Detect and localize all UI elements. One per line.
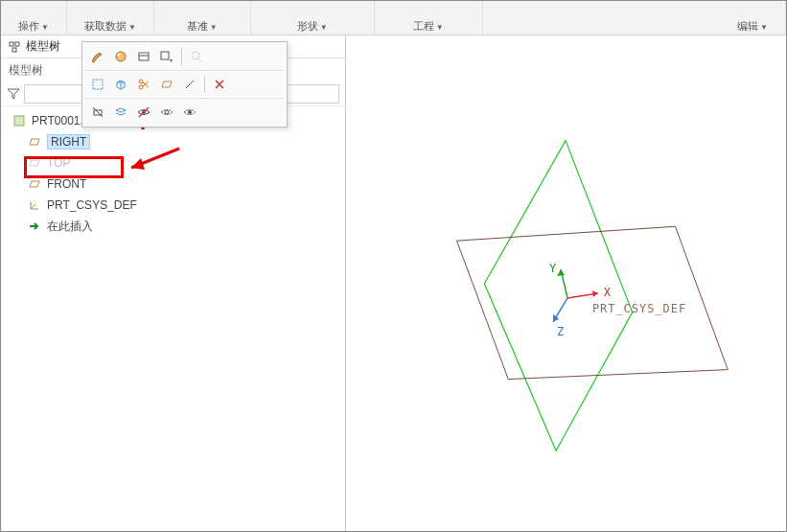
context-mini-toolbar	[81, 41, 288, 127]
svg-rect-14	[93, 80, 103, 89]
brush-icon[interactable]	[87, 47, 108, 66]
dropdown-arrow-icon: ▼	[320, 23, 328, 32]
insert-arrow-icon	[28, 220, 41, 233]
search-icon[interactable]	[186, 47, 207, 66]
dropdown-arrow-icon: ▼	[210, 23, 218, 32]
csys-text-label: PRT_CSYS_DEF	[592, 302, 686, 315]
tree-item-right[interactable]: RIGHT	[28, 131, 345, 152]
svg-rect-3	[14, 116, 24, 126]
tree-icon	[9, 41, 20, 53]
layer-icon[interactable]	[110, 103, 131, 122]
show-sel-icon[interactable]	[179, 103, 200, 122]
ribbon-label: 基准	[187, 20, 208, 32]
ribbon-label: 形状	[297, 20, 318, 32]
hide-sel-icon[interactable]	[156, 103, 177, 122]
dropdown-arrow-icon: ▼	[436, 23, 444, 32]
tree-subtitle: 模型树	[9, 62, 43, 79]
line-icon[interactable]	[179, 75, 200, 94]
plane-icon	[28, 156, 41, 170]
axis-x-label: X	[604, 286, 612, 299]
axis-z-label: Z	[557, 325, 564, 338]
mini-toolbar-row3	[85, 98, 284, 124]
svg-rect-2	[12, 48, 16, 52]
part-icon	[12, 114, 26, 127]
svg-rect-9	[139, 53, 149, 60]
ribbon-label: 操作	[18, 20, 39, 32]
svg-line-21	[139, 107, 149, 117]
separator	[181, 48, 182, 65]
tree-item-insert[interactable]: 在此插入	[28, 216, 345, 237]
plane-small-icon[interactable]	[156, 75, 177, 94]
select-parent-icon[interactable]	[87, 75, 108, 94]
svg-point-12	[192, 52, 199, 59]
dropdown-arrow-icon: ▼	[41, 23, 49, 32]
delete-x-icon[interactable]	[209, 75, 230, 94]
ribbon-label: 编辑	[737, 20, 758, 32]
ribbon-toolbar: 操作▼ 获取数据▼ 基准▼ 形状▼ 工程▼ 编辑▼	[1, 1, 786, 35]
ribbon-group-edit[interactable]: 编辑▼	[720, 1, 786, 35]
node-label: RIGHT	[47, 134, 90, 150]
ribbon-group-getdata[interactable]: 获取数据▼	[67, 1, 154, 35]
graphics-viewport[interactable]: X Y Z PRT_CSYS_DEF	[346, 35, 786, 531]
axis-y-label: Y	[549, 262, 556, 275]
ribbon-group-operate[interactable]: 操作▼	[1, 1, 67, 35]
mini-toolbar-row1	[85, 45, 284, 68]
hide-eye-icon[interactable]	[133, 103, 154, 122]
csys-axes: X Y Z	[549, 262, 612, 338]
viewport-canvas: X Y Z PRT_CSYS_DEF	[346, 35, 786, 531]
cube-icon[interactable]	[110, 75, 131, 94]
svg-point-23	[188, 110, 192, 114]
svg-line-17	[186, 81, 194, 88]
tree-item-top[interactable]: TOP	[28, 152, 345, 173]
svg-point-16	[139, 85, 143, 89]
node-label: 在此插入	[47, 219, 93, 235]
ribbon-group-shape[interactable]: 形状▼	[251, 1, 375, 35]
dropdown-arrow-icon: ▼	[128, 23, 136, 32]
svg-point-7	[116, 52, 126, 61]
svg-rect-11	[161, 52, 169, 59]
tree-title: 模型树	[26, 38, 60, 55]
node-label: FRONT	[47, 177, 86, 191]
tree-item-front[interactable]: FRONT	[28, 173, 345, 195]
mini-toolbar-row2	[85, 70, 284, 96]
appearance-icon[interactable]	[110, 47, 131, 66]
svg-rect-1	[15, 42, 19, 46]
svg-point-8	[118, 54, 121, 57]
ribbon-label: 获取数据	[84, 20, 127, 32]
svg-rect-0	[10, 42, 13, 46]
funnel-icon[interactable]	[7, 87, 20, 101]
svg-line-13	[198, 58, 201, 61]
ribbon-group-engineering[interactable]: 工程▼	[375, 1, 483, 35]
ribbon-group-datum[interactable]: 基准▼	[154, 1, 251, 35]
node-label: TOP	[47, 156, 70, 170]
node-label: PRT_CSYS_DEF	[47, 198, 137, 212]
svg-point-22	[165, 110, 169, 114]
plane-icon	[28, 177, 41, 191]
ribbon-label: 工程	[413, 20, 434, 32]
edit-dropdown-icon[interactable]	[156, 47, 177, 66]
dropdown-arrow-icon: ▼	[760, 23, 768, 32]
separator	[204, 76, 205, 93]
svg-point-15	[139, 80, 143, 83]
csys-icon	[28, 198, 41, 212]
params-icon[interactable]	[133, 47, 154, 66]
suppress-icon[interactable]	[87, 103, 108, 122]
scissors-icon[interactable]	[133, 75, 154, 94]
tree-item-csys[interactable]: PRT_CSYS_DEF	[28, 195, 345, 216]
plane-icon	[28, 135, 41, 149]
